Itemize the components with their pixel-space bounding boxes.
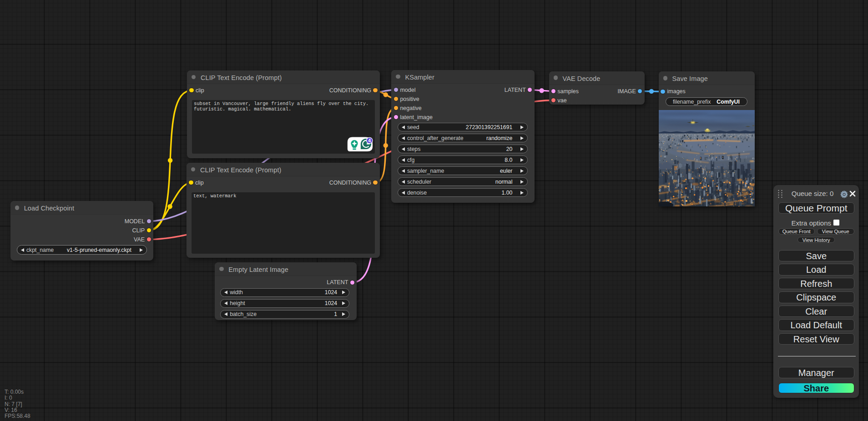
svg-text:4: 4 xyxy=(368,138,371,143)
